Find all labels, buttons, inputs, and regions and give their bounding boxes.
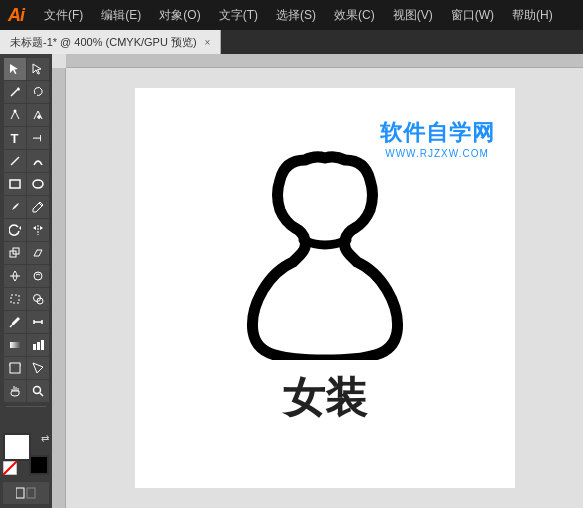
menu-type[interactable]: 文字(T)	[211, 5, 266, 26]
tool-row-type: T T	[2, 127, 50, 149]
direct-select-tool[interactable]	[27, 58, 49, 80]
tool-row-sample	[2, 311, 50, 333]
arc-tool[interactable]	[27, 150, 49, 172]
measure-tool[interactable]	[27, 311, 49, 333]
add-anchor-tool[interactable]	[27, 104, 49, 126]
rotate-tool[interactable]	[4, 219, 26, 241]
active-tab[interactable]: 未标题-1* @ 400% (CMYK/GPU 预览) ×	[0, 30, 221, 54]
ruler-left	[52, 68, 66, 508]
gradient-tool[interactable]	[4, 334, 26, 356]
menu-view[interactable]: 视图(V)	[385, 5, 441, 26]
main-area: T T	[0, 54, 583, 508]
svg-line-22	[10, 325, 12, 327]
width-tool[interactable]	[4, 265, 26, 287]
svg-rect-37	[16, 488, 24, 498]
tool-row-scale	[2, 242, 50, 264]
tool-row-pen	[2, 104, 50, 126]
vertical-type-tool[interactable]: T	[27, 127, 49, 149]
tool-row-line	[2, 150, 50, 172]
toolbar-separator	[6, 406, 46, 407]
chinese-text-label: 女装	[283, 370, 367, 426]
lasso-tool[interactable]	[27, 81, 49, 103]
pen-tool[interactable]	[4, 104, 26, 126]
tool-row-artboard	[2, 357, 50, 379]
svg-line-7	[11, 157, 19, 165]
graph-tool[interactable]	[27, 334, 49, 356]
menu-effect[interactable]: 效果(C)	[326, 5, 383, 26]
title-bar: Ai 文件(F) 编辑(E) 对象(O) 文字(T) 选择(S) 效果(C) 视…	[0, 0, 583, 30]
svg-marker-13	[33, 226, 36, 230]
menu-file[interactable]: 文件(F)	[36, 5, 91, 26]
dress-bag-illustration	[225, 150, 425, 360]
type-tool[interactable]: T	[4, 127, 26, 149]
magic-wand-tool[interactable]	[4, 81, 26, 103]
svg-point-18	[34, 272, 42, 280]
scale-tool[interactable]	[4, 242, 26, 264]
svg-rect-38	[27, 488, 35, 498]
tool-row-transform	[2, 219, 50, 241]
shear-tool[interactable]	[27, 242, 49, 264]
ai-logo: Ai	[8, 5, 24, 26]
change-screen-mode[interactable]	[3, 482, 49, 504]
eyedropper-tool[interactable]	[4, 311, 26, 333]
shape-builder-tool[interactable]	[27, 288, 49, 310]
none-indicator	[3, 461, 17, 475]
svg-rect-28	[37, 342, 40, 350]
hand-tool[interactable]	[4, 380, 26, 402]
ellipse-tool[interactable]	[27, 173, 49, 195]
watermark: 软件自学网 WWW.RJZXW.COM	[380, 118, 495, 159]
tab-close-button[interactable]: ×	[205, 37, 211, 48]
svg-point-33	[33, 387, 40, 394]
svg-rect-8	[10, 180, 20, 188]
menu-bar: 文件(F) 编辑(E) 对象(O) 文字(T) 选择(S) 效果(C) 视图(V…	[36, 5, 575, 26]
zoom-tool[interactable]	[27, 380, 49, 402]
tool-row-free	[2, 288, 50, 310]
svg-rect-27	[33, 344, 36, 350]
svg-rect-26	[10, 342, 20, 348]
svg-marker-0	[10, 64, 18, 74]
svg-point-9	[33, 180, 43, 188]
menu-object[interactable]: 对象(O)	[151, 5, 208, 26]
fill-color-box[interactable]	[3, 433, 31, 461]
toolbar: T T	[0, 54, 52, 508]
tab-bar: 未标题-1* @ 400% (CMYK/GPU 预览) ×	[0, 30, 583, 54]
tool-row-extras	[2, 482, 50, 504]
warp-tool[interactable]	[27, 265, 49, 287]
menu-select[interactable]: 选择(S)	[268, 5, 324, 26]
watermark-url: WWW.RJZXW.COM	[380, 148, 495, 159]
tab-label: 未标题-1* @ 400% (CMYK/GPU 预览)	[10, 35, 197, 50]
swap-colors-button[interactable]: ⇄	[41, 433, 49, 444]
artboard-tool[interactable]	[4, 357, 26, 379]
tool-row-shape	[2, 173, 50, 195]
menu-edit[interactable]: 编辑(E)	[93, 5, 149, 26]
svg-line-34	[40, 393, 43, 396]
stroke-color-box[interactable]	[29, 455, 49, 475]
tool-row-nav	[2, 380, 50, 402]
canvas-document[interactable]: 女装 软件自学网 WWW.RJZXW.COM	[135, 88, 515, 488]
free-transform-tool[interactable]	[4, 288, 26, 310]
tool-row-lasso	[2, 81, 50, 103]
menu-help[interactable]: 帮助(H)	[504, 5, 561, 26]
ruler-top: // tick marks drawn via CSS in SVG	[66, 54, 583, 68]
menu-window[interactable]: 窗口(W)	[443, 5, 502, 26]
svg-line-2	[11, 89, 18, 96]
watermark-title: 软件自学网	[380, 118, 495, 148]
select-tool[interactable]	[4, 58, 26, 80]
reflect-tool[interactable]	[27, 219, 49, 241]
canvas-area: // tick marks drawn via CSS in SVG 女装 软件…	[52, 54, 583, 508]
tool-row-graph	[2, 334, 50, 356]
slice-tool[interactable]	[27, 357, 49, 379]
svg-point-4	[13, 110, 16, 113]
tool-row-paint	[2, 196, 50, 218]
svg-marker-14	[40, 226, 43, 230]
svg-marker-11	[19, 226, 21, 230]
svg-rect-29	[41, 340, 44, 350]
pencil-tool[interactable]	[27, 196, 49, 218]
svg-rect-19	[11, 295, 19, 303]
line-segment-tool[interactable]	[4, 150, 26, 172]
svg-marker-1	[33, 64, 41, 74]
color-boxes: ⇄	[3, 433, 49, 475]
rectangle-tool[interactable]	[4, 173, 26, 195]
tool-row-select	[2, 58, 50, 80]
paintbrush-tool[interactable]	[4, 196, 26, 218]
